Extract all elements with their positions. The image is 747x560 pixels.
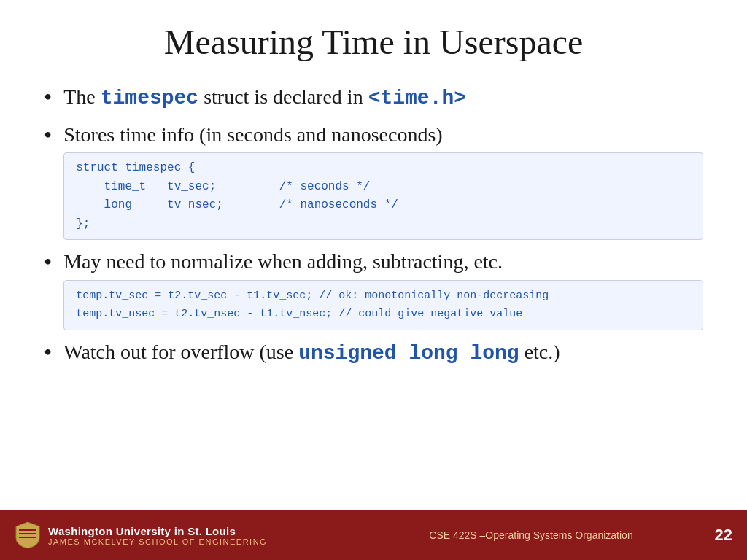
bullet-text: The timespec struct is declared in <time… — [63, 84, 703, 112]
footer-logo-area: Washington University in St. Louis James… — [15, 521, 359, 550]
code-line3: long tv_nsec; /* nanoseconds */ — [76, 198, 398, 211]
footer-page-number: 22 — [703, 526, 732, 545]
code-timespec: timespec — [101, 87, 198, 109]
code-line4: }; — [76, 217, 90, 230]
bullet4-before: Watch out for overflow (use — [63, 341, 298, 363]
code-line2: time_t tv_sec; /* seconds */ — [76, 180, 370, 193]
bullet-dot: • — [44, 82, 52, 113]
footer-course: CSE 422S –Operating Systems Organization — [359, 529, 703, 541]
text-middle: struct is declared in — [198, 85, 368, 108]
slide-content: Measuring Time in Userspace • The timesp… — [0, 0, 747, 510]
code-line1: struct timespec { — [76, 161, 195, 174]
code-block-timespec: struct timespec { time_t tv_sec; /* seco… — [63, 152, 703, 240]
footer: Washington University in St. Louis James… — [0, 510, 747, 560]
slide-title: Measuring Time in Userspace — [44, 22, 703, 62]
code-block-normalize: temp.tv_sec = t2.tv_sec - t1.tv_sec; // … — [63, 280, 703, 330]
bullet-dot: • — [44, 247, 52, 278]
bullet-text: May need to normalize when adding, subtr… — [63, 249, 703, 330]
bullet-text: Watch out for overflow (use unsigned lon… — [63, 339, 703, 367]
list-item: • The timespec struct is declared in <ti… — [44, 84, 703, 113]
code-unsigned-long: unsigned long long — [298, 342, 519, 365]
bullet2-text: Stores time info (in seconds and nanosec… — [63, 123, 442, 146]
svg-rect-1 — [19, 533, 36, 534]
bullet-dot: • — [44, 338, 52, 368]
school-name: James McKelvey School of Engineering — [48, 537, 267, 546]
svg-rect-2 — [19, 537, 36, 538]
bullet3-text: May need to normalize when adding, subtr… — [63, 250, 503, 273]
bullet-list: • The timespec struct is declared in <ti… — [44, 84, 703, 496]
code-norm-line2: temp.tv_nsec = t2.tv_nsec - t1.tv_nsec; … — [76, 308, 522, 320]
bullet4-after: etc.) — [519, 341, 560, 363]
list-item: • May need to normalize when adding, sub… — [44, 249, 703, 330]
text-before: The — [63, 85, 101, 108]
code-norm-line1: temp.tv_sec = t2.tv_sec - t1.tv_sec; // … — [76, 289, 549, 302]
wustl-logo — [15, 521, 41, 550]
bullet-text: Stores time info (in seconds and nanosec… — [63, 122, 703, 241]
code-time-h: <time.h> — [368, 87, 466, 109]
bullet-dot: • — [44, 120, 52, 151]
list-item: • Watch out for overflow (use unsigned l… — [44, 339, 703, 368]
footer-school-name: Washington University in St. Louis James… — [48, 525, 267, 546]
university-name: Washington University in St. Louis — [48, 525, 267, 537]
svg-rect-0 — [19, 529, 36, 531]
list-item: • Stores time info (in seconds and nanos… — [44, 122, 703, 241]
